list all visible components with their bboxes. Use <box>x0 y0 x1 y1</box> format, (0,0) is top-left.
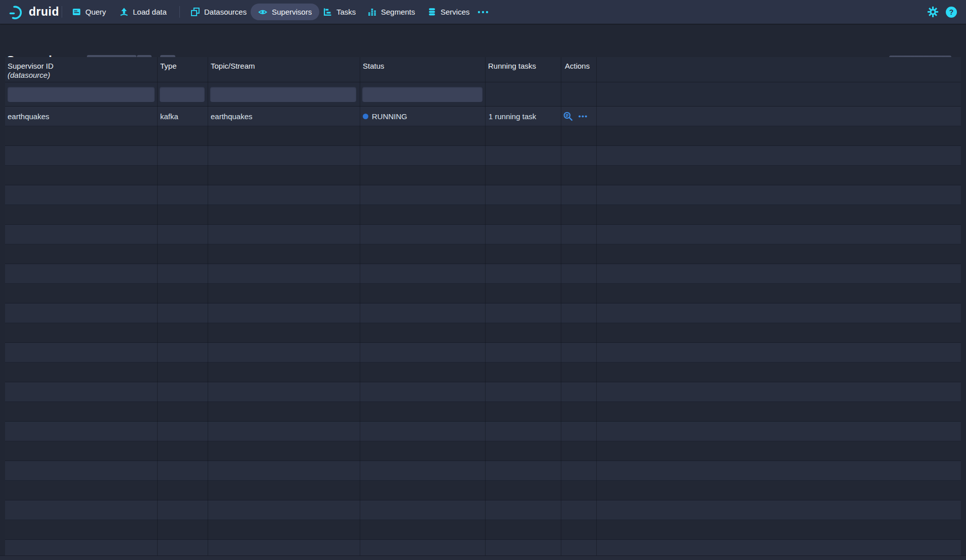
nav-item-tasks[interactable]: Tasks <box>323 0 356 24</box>
table-row-empty <box>5 303 961 323</box>
inspect-supervisor-icon[interactable] <box>563 112 573 121</box>
nav-item-segments[interactable]: Segments <box>368 0 415 24</box>
table-row[interactable]: earthquakes kafka earthquakes RUNNING 1 … <box>5 107 961 126</box>
column-header-type[interactable]: Type <box>160 62 177 71</box>
cell-type: kafka <box>160 107 178 126</box>
column-header-topic-stream[interactable]: Topic/Stream <box>211 62 255 71</box>
gear-icon[interactable] <box>927 6 939 18</box>
nav-more-menu[interactable] <box>477 0 489 24</box>
table-row-empty <box>5 146 961 166</box>
datasources-icon <box>191 8 200 16</box>
cell-running-tasks[interactable]: 1 running task <box>489 107 536 126</box>
table-row-empty <box>5 481 961 500</box>
column-separator <box>561 57 561 555</box>
column-header-status[interactable]: Status <box>363 62 384 71</box>
horizontal-scrollbar[interactable] <box>0 555 966 560</box>
table-row-empty <box>5 244 961 264</box>
help-icon[interactable]: ? <box>945 6 957 18</box>
brand[interactable]: druid <box>8 0 59 24</box>
status-running-dot <box>363 114 368 119</box>
table-row-empty <box>5 323 961 343</box>
table-body: earthquakes kafka earthquakes RUNNING 1 … <box>5 107 961 555</box>
nav-label: Query <box>85 8 106 16</box>
table-row-empty <box>5 166 961 185</box>
nav-label: Tasks <box>336 8 356 16</box>
filter-input-status[interactable] <box>362 87 482 102</box>
cell-actions <box>563 107 588 126</box>
table-row-empty <box>5 126 961 146</box>
table-row-empty <box>5 284 961 303</box>
nav-label: Services <box>441 8 470 16</box>
table-row-empty <box>5 520 961 540</box>
svg-text:?: ? <box>949 8 954 16</box>
table-row-empty <box>5 343 961 363</box>
column-separator <box>208 57 208 555</box>
application-icon <box>72 8 81 16</box>
nav-divider <box>62 6 62 18</box>
table-row-empty <box>5 441 961 461</box>
filter-input-type[interactable] <box>160 87 205 102</box>
table-row-empty <box>5 185 961 205</box>
table-row-empty <box>5 500 961 520</box>
upload-icon <box>120 8 128 16</box>
column-header-supervisor-id[interactable]: Supervisor ID (datasource) <box>8 62 54 80</box>
table-row-empty <box>5 540 961 555</box>
top-navbar: druid Query Load data Da <box>0 0 966 24</box>
column-separator <box>485 57 486 555</box>
ellipsis-icon <box>477 10 489 14</box>
cell-status: RUNNING <box>363 107 407 126</box>
nav-item-datasources[interactable]: Datasources <box>191 0 247 24</box>
table-row-empty <box>5 264 961 284</box>
nav-label: Load data <box>133 8 167 16</box>
table-filter-row <box>5 82 961 107</box>
gantt-icon <box>323 8 332 16</box>
druid-logo-icon <box>8 4 25 21</box>
database-icon <box>428 8 436 16</box>
nav-item-query[interactable]: Query <box>72 0 106 24</box>
row-actions-menu-icon[interactable] <box>578 115 588 118</box>
bar-chart-icon <box>368 8 376 16</box>
cell-supervisor-id[interactable]: earthquakes <box>8 107 50 126</box>
column-separator <box>596 57 597 555</box>
table-row-empty <box>5 225 961 244</box>
nav-label: Segments <box>381 8 415 16</box>
eye-icon <box>258 8 267 16</box>
table-row-empty <box>5 422 961 441</box>
column-header-actions[interactable]: Actions <box>565 62 590 71</box>
nav-divider <box>179 6 180 18</box>
nav-item-supervisors-active[interactable]: Supervisors <box>251 4 319 20</box>
nav-item-load-data[interactable]: Load data <box>120 0 167 24</box>
nav-item-services[interactable]: Services <box>428 0 470 24</box>
column-separator <box>157 57 158 555</box>
brand-name: druid <box>29 5 59 19</box>
supervisors-table: Supervisor ID (datasource) Type Topic/St… <box>5 57 961 555</box>
nav-label: Datasources <box>204 8 247 16</box>
view-toolbar: Supervisors Refresh Columns (6/6) <box>0 24 966 57</box>
nav-label: Supervisors <box>272 8 312 16</box>
filter-input-supervisor-id[interactable] <box>8 87 155 102</box>
column-header-running-tasks[interactable]: Running tasks <box>488 62 536 71</box>
table-row-empty <box>5 363 961 382</box>
cell-topic-stream: earthquakes <box>211 107 253 126</box>
table-header-row: Supervisor ID (datasource) Type Topic/St… <box>5 57 961 82</box>
table-row-empty <box>5 382 961 402</box>
table-row-empty <box>5 402 961 422</box>
table-row-empty <box>5 205 961 225</box>
column-separator <box>360 57 360 555</box>
table-row-empty <box>5 461 961 481</box>
filter-input-topic-stream[interactable] <box>210 87 356 102</box>
